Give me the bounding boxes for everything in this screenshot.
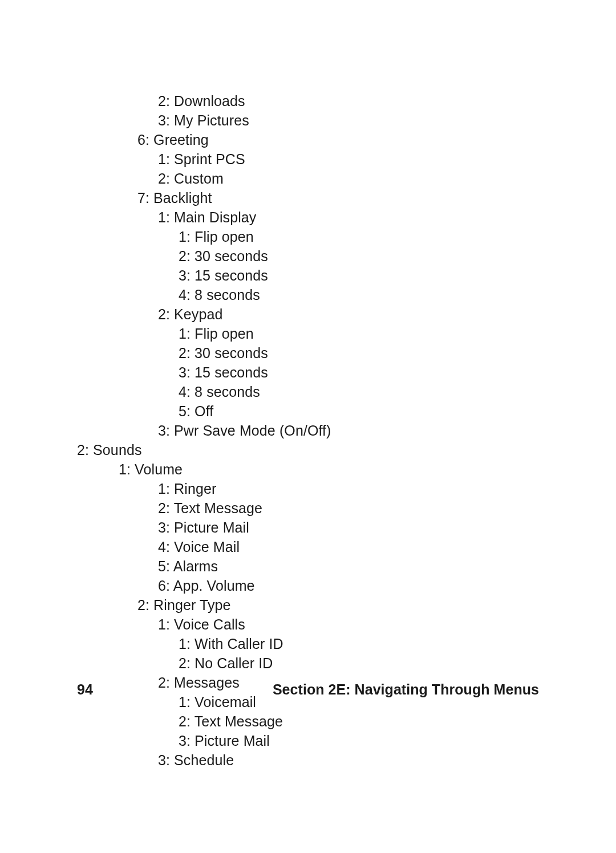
menu-line: 1: With Caller ID bbox=[77, 634, 539, 653]
menu-line: 3: Picture Mail bbox=[77, 518, 539, 537]
menu-line: 3: 15 seconds bbox=[77, 363, 539, 382]
menu-line: 6: Greeting bbox=[77, 130, 539, 149]
menu-line: 3: Schedule bbox=[77, 750, 539, 770]
menu-line: 2: 30 seconds bbox=[77, 246, 539, 266]
menu-line: 2: Text Message bbox=[77, 498, 539, 518]
menu-line: 4: 8 seconds bbox=[77, 285, 539, 304]
menu-line: 2: Keypad bbox=[77, 304, 539, 324]
menu-line: 2: Text Message bbox=[77, 712, 539, 731]
menu-line: 3: My Pictures bbox=[77, 111, 539, 130]
menu-line: 5: Alarms bbox=[77, 557, 539, 576]
page-footer: 94 Section 2E: Navigating Through Menus bbox=[77, 681, 539, 698]
menu-line: 2: Ringer Type bbox=[77, 595, 539, 615]
menu-line: 2: 30 seconds bbox=[77, 343, 539, 363]
menu-line: 4: 8 seconds bbox=[77, 382, 539, 401]
menu-line: 1: Main Display bbox=[77, 208, 539, 227]
menu-line: 2: Custom bbox=[77, 169, 539, 188]
section-title: Section 2E: Navigating Through Menus bbox=[231, 681, 539, 698]
menu-line: 1: Ringer bbox=[77, 479, 539, 498]
menu-line: 1: Flip open bbox=[77, 324, 539, 343]
menu-line: 1: Sprint PCS bbox=[77, 149, 539, 169]
menu-line: 3: 15 seconds bbox=[77, 266, 539, 285]
menu-line: 3: Pwr Save Mode (On/Off) bbox=[77, 421, 539, 440]
menu-line: 1: Flip open bbox=[77, 227, 539, 246]
menu-line: 2: Sounds bbox=[77, 440, 539, 460]
page-number: 94 bbox=[77, 681, 231, 698]
menu-line: 7: Backlight bbox=[77, 188, 539, 208]
menu-line: 1: Voice Calls bbox=[77, 615, 539, 634]
menu-list-body: 2: Downloads3: My Pictures6: Greeting1: … bbox=[77, 91, 539, 770]
menu-line: 6: App. Volume bbox=[77, 576, 539, 595]
menu-line: 2: Downloads bbox=[77, 91, 539, 111]
menu-line: 1: Volume bbox=[77, 460, 539, 479]
menu-line: 2: No Caller ID bbox=[77, 653, 539, 673]
menu-line: 5: Off bbox=[77, 401, 539, 421]
menu-line: 4: Voice Mail bbox=[77, 537, 539, 557]
menu-line: 3: Picture Mail bbox=[77, 731, 539, 750]
